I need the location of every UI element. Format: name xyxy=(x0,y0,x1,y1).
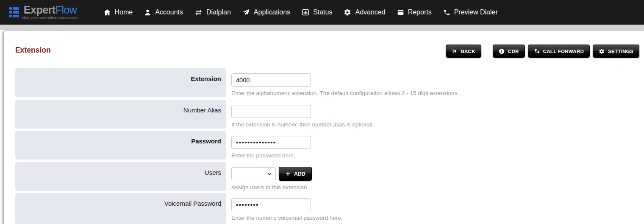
info-circle-icon xyxy=(499,48,505,54)
add-user-button[interactable]: ADD xyxy=(279,167,312,181)
expertflow-logo[interactable]: ExpertFlow chat, voice and video contact… xyxy=(9,5,92,20)
phone-icon xyxy=(443,9,450,16)
gear-icon xyxy=(599,48,605,54)
nav-item-home[interactable]: Home xyxy=(97,0,139,25)
password-help: Enter the password here. xyxy=(231,152,311,159)
password-input[interactable] xyxy=(231,136,311,149)
user-icon xyxy=(144,9,151,16)
users-label: Users xyxy=(15,162,226,191)
voicemail-password-help: Enter the numeric voicemail password her… xyxy=(231,215,343,221)
nav-item-status[interactable]: Status xyxy=(296,0,338,25)
form-row-password: Password Enter the password here. xyxy=(15,131,641,160)
nav-item-reports[interactable]: Reports xyxy=(391,0,437,25)
extension-input[interactable] xyxy=(231,73,311,87)
users-help: Assign users to this extension. xyxy=(231,184,312,190)
settings-button[interactable]: SETTINGS xyxy=(593,45,639,58)
home-icon xyxy=(103,8,111,16)
nav-item-dialplan[interactable]: Dialplan xyxy=(189,0,237,25)
number-alias-help: If the extension is numeric then number … xyxy=(231,121,374,128)
form-row-voicemail-password: Voicemail Password Enter the numeric voi… xyxy=(15,193,641,224)
expertflow-logo-icon xyxy=(9,7,19,17)
nav-menu: Home Accounts Dialplan Applications Stat… xyxy=(97,0,503,25)
bar-chart-icon xyxy=(302,8,309,16)
call-forward-button[interactable]: CALL FORWARD xyxy=(528,45,590,58)
form-row-extension: Extension Enter the alphanumeric extensi… xyxy=(15,68,641,97)
extension-label: Extension xyxy=(15,68,226,97)
nav-item-advanced[interactable]: Advanced xyxy=(338,0,391,25)
gear-icon xyxy=(344,8,351,16)
page-title: Extension xyxy=(15,46,51,55)
book-icon xyxy=(397,9,404,16)
skip-back-icon xyxy=(452,48,457,54)
brand-tagline: chat, voice and video contactcenter xyxy=(22,16,78,20)
number-alias-label: Number Alias xyxy=(15,100,226,129)
plus-icon xyxy=(285,171,291,176)
form-row-number-alias: Number Alias If the extension is numeric… xyxy=(15,100,641,129)
top-navbar: ExpertFlow chat, voice and video contact… xyxy=(0,0,644,25)
voicemail-password-label: Voicemail Password xyxy=(15,193,226,224)
extension-help: Enter the alphanumeric extension. The de… xyxy=(231,90,459,96)
brand-primary: Expert xyxy=(24,4,56,16)
page-toolbar: BACK CDR CALL FORWARD SETTINGS xyxy=(446,45,639,58)
content-card: Extension BACK CDR CALL FORWARD SETTINGS… xyxy=(3,30,644,224)
nav-item-applications[interactable]: Applications xyxy=(236,0,296,25)
call-tree-icon xyxy=(534,48,540,54)
password-label: Password xyxy=(15,131,226,160)
users-select[interactable] xyxy=(231,167,276,180)
paper-plane-icon xyxy=(242,8,250,16)
back-button[interactable]: BACK xyxy=(446,45,481,58)
brand-secondary: Flow xyxy=(56,4,77,16)
subnav-strip xyxy=(0,25,644,30)
number-alias-input[interactable] xyxy=(231,105,311,118)
cdr-button[interactable]: CDR xyxy=(493,45,525,58)
exchange-arrows-icon xyxy=(194,8,203,17)
nav-item-preview-dialer[interactable]: Preview Dialer xyxy=(437,0,503,25)
nav-item-accounts[interactable]: Accounts xyxy=(139,0,189,25)
form-row-users: Users ADD Assign users to this extension… xyxy=(15,162,641,191)
voicemail-password-input[interactable] xyxy=(231,198,311,211)
